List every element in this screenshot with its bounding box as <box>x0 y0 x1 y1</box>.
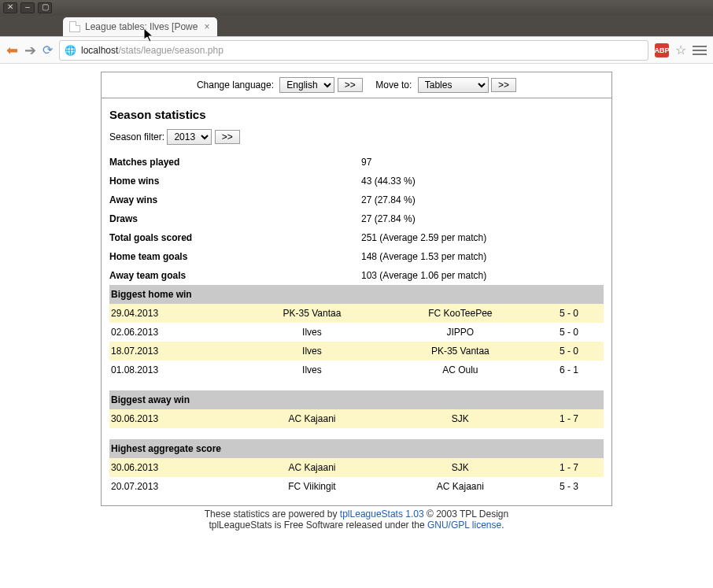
match-row[interactable]: 01.08.2013IlvesAC Oulu6 - 1 <box>109 361 604 379</box>
reload-icon[interactable]: ⟳ <box>42 43 53 57</box>
omnibox[interactable]: 🌐 localhost/stats/league/season.php <box>59 40 648 61</box>
content-frame: Change language: English >> Move to: Tab… <box>101 72 612 506</box>
biggest-away-win-table: Biggest away win 30.06.2013AC KajaaniSJK… <box>109 390 604 428</box>
summary-table: Matches played97Home wins43 (44.33 %)Awa… <box>109 153 604 285</box>
season-filter-row: Season filter: 2013 >> <box>109 129 604 145</box>
match-away-team: JIPPO <box>386 323 534 342</box>
site-icon: 🌐 <box>65 45 76 56</box>
match-row[interactable]: 30.06.2013AC KajaaniSJK1 - 7 <box>109 409 604 428</box>
app-window: ✕ – ▢ League tables: Ilves [Powe × ⬅ ➔ ⟳… <box>0 0 713 588</box>
match-away-team: SJK <box>386 409 534 428</box>
summary-label: Away team goals <box>109 266 361 285</box>
match-score: 5 - 3 <box>534 477 604 496</box>
footer-text: tplLeagueStats is Free Software released… <box>209 520 427 531</box>
footer-text: © 2003 TPL Design <box>424 508 509 520</box>
page-icon <box>69 21 80 32</box>
footer-text: . <box>501 520 504 531</box>
match-score: 5 - 0 <box>534 323 604 342</box>
change-language-label: Change language: <box>197 80 274 91</box>
summary-value: 97 <box>361 153 604 172</box>
move-to-go-button[interactable]: >> <box>491 78 516 92</box>
summary-label: Total goals scored <box>109 228 361 247</box>
match-home-team: Ilves <box>238 342 386 361</box>
match-row[interactable]: 02.06.2013IlvesJIPPO5 - 0 <box>109 323 604 342</box>
match-away-team: SJK <box>386 458 534 477</box>
match-row[interactable]: 29.04.2013PK-35 VantaaFC KooTeePee5 - 0 <box>109 304 604 323</box>
move-to-label: Move to: <box>375 80 412 91</box>
match-score: 1 - 7 <box>534 458 604 477</box>
season-filter-select[interactable]: 2013 <box>167 129 212 145</box>
summary-value: 148 (Average 1.53 per match) <box>361 247 604 266</box>
match-score: 5 - 0 <box>534 304 604 323</box>
language-select[interactable]: English <box>279 77 334 93</box>
match-date: 30.06.2013 <box>109 458 238 477</box>
language-go-button[interactable]: >> <box>338 78 363 92</box>
tab-close-icon[interactable]: × <box>202 21 211 32</box>
summary-row: Matches played97 <box>109 153 604 172</box>
match-away-team: FC KooTeePee <box>386 304 534 323</box>
match-date: 18.07.2013 <box>109 342 238 361</box>
adblock-icon[interactable]: ABP <box>655 43 669 57</box>
match-date: 01.08.2013 <box>109 361 238 379</box>
match-score: 5 - 0 <box>534 342 604 361</box>
browser-menu-icon[interactable] <box>693 46 707 55</box>
summary-label: Away wins <box>109 190 361 209</box>
match-date: 02.06.2013 <box>109 323 238 342</box>
url-host: localhost <box>81 45 118 56</box>
section-header: Biggest away win <box>109 390 604 409</box>
season-filter-go-button[interactable]: >> <box>215 130 240 144</box>
match-date: 30.06.2013 <box>109 409 238 428</box>
summary-label: Home team goals <box>109 247 361 266</box>
footer-license-link[interactable]: GNU/GPL license <box>427 520 501 531</box>
match-home-team: AC Kajaani <box>238 409 386 428</box>
summary-value: 103 (Average 1.06 per match) <box>361 266 604 285</box>
footer: These statistics are powered by tplLeagu… <box>0 506 713 533</box>
match-row[interactable]: 18.07.2013IlvesPK-35 Vantaa5 - 0 <box>109 342 604 361</box>
match-home-team: FC Viikingit <box>238 477 386 496</box>
match-date: 20.07.2013 <box>109 477 238 496</box>
section-header: Highest aggregate score <box>109 439 604 458</box>
summary-row: Home team goals148 (Average 1.53 per mat… <box>109 247 604 266</box>
match-home-team: Ilves <box>238 323 386 342</box>
footer-text: These statistics are powered by <box>205 508 340 520</box>
summary-value: 251 (Average 2.59 per match) <box>361 228 604 247</box>
highest-aggregate-table: Highest aggregate score 30.06.2013AC Kaj… <box>109 439 604 496</box>
move-to-select[interactable]: Tables <box>418 77 489 93</box>
page-title: Season statistics <box>109 108 604 121</box>
bookmark-star-icon[interactable]: ☆ <box>675 43 686 57</box>
summary-value: 27 (27.84 %) <box>361 190 604 209</box>
page-viewport: Change language: English >> Move to: Tab… <box>0 64 713 588</box>
window-close-button[interactable]: ✕ <box>3 2 17 13</box>
url-path: /stats/league/season.php <box>118 45 223 56</box>
match-home-team: PK-35 Vantaa <box>238 304 386 323</box>
match-home-team: AC Kajaani <box>238 458 386 477</box>
summary-label: Home wins <box>109 172 361 190</box>
summary-row: Away wins27 (27.84 %) <box>109 190 604 209</box>
browser-toolbar: ⬅ ➔ ⟳ 🌐 localhost/stats/league/season.ph… <box>0 37 713 64</box>
window-maximize-button[interactable]: ▢ <box>38 2 52 13</box>
summary-value: 27 (27.84 %) <box>361 209 604 228</box>
match-row[interactable]: 30.06.2013AC KajaaniSJK1 - 7 <box>109 458 604 477</box>
window-minimize-button[interactable]: – <box>20 2 35 13</box>
match-score: 6 - 1 <box>534 361 604 379</box>
summary-row: Home wins43 (44.33 %) <box>109 172 604 190</box>
match-row[interactable]: 20.07.2013FC ViikingitAC Kajaani5 - 3 <box>109 477 604 496</box>
nav-back-icon[interactable]: ⬅ <box>6 42 18 59</box>
biggest-home-win-table: Biggest home win 29.04.2013PK-35 VantaaF… <box>109 285 604 379</box>
summary-label: Matches played <box>109 153 361 172</box>
footer-app-link[interactable]: tplLeagueStats 1.03 <box>340 508 424 520</box>
match-score: 1 - 7 <box>534 409 604 428</box>
season-filter-label: Season filter: <box>109 131 164 142</box>
nav-forward-icon[interactable]: ➔ <box>24 42 36 59</box>
browser-tabstrip: League tables: Ilves [Powe × <box>0 16 713 36</box>
browser-tab[interactable]: League tables: Ilves [Powe × <box>63 17 217 36</box>
summary-row: Draws27 (27.84 %) <box>109 209 604 228</box>
top-controls: Change language: English >> Move to: Tab… <box>102 72 611 98</box>
summary-row: Away team goals103 (Average 1.06 per mat… <box>109 266 604 285</box>
match-home-team: Ilves <box>238 361 386 379</box>
match-away-team: AC Kajaani <box>386 477 534 496</box>
summary-label: Draws <box>109 209 361 228</box>
url-text: localhost/stats/league/season.php <box>81 45 224 56</box>
match-away-team: AC Oulu <box>386 361 534 379</box>
tab-title: League tables: Ilves [Powe <box>85 21 198 32</box>
